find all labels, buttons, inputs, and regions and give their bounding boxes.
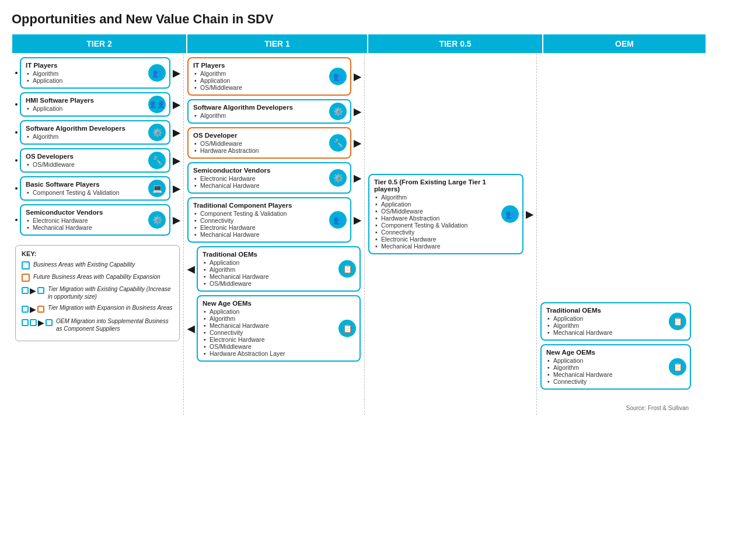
- tier2-hmi-row: HMI Software Players Application 👤👤 ▶: [15, 92, 180, 117]
- tier1-os-row: OS Developer OS/Middleware Hardware Abst…: [187, 127, 361, 159]
- tier2-basic-title: Basic Software Players: [26, 181, 144, 188]
- tier05-item6: Connectivity: [375, 229, 497, 236]
- tier1-trad-comp-card: Traditional Component Players Component …: [187, 197, 351, 243]
- tier1-trad-comp-row: Traditional Component Players Component …: [187, 197, 361, 243]
- key-row-migration1: ▶ Tier Migration with Existing Capabilit…: [22, 285, 173, 300]
- tier2-it-item2: Application: [27, 77, 144, 84]
- key-mig2-sq2: [37, 306, 44, 313]
- tier1-it-card: IT Players Algorithm Application OS/Midd…: [187, 57, 351, 96]
- tier2-basic-item1: Component Testing & Validation: [27, 189, 144, 196]
- tier1-sw-algo-arrow: ▶: [354, 106, 361, 117]
- tier1-semi-item2: Mechanical Hardware: [194, 182, 324, 189]
- key-row-orange: Future Business Areas with Capability Ex…: [22, 273, 173, 282]
- tier1-trad-oem-icon: 📋: [338, 260, 356, 278]
- tier05-main-arrow: ▶: [526, 209, 533, 220]
- tier1-sw-algo-icon: ⚙️: [329, 103, 347, 120]
- key-orange-text: Future Business Areas with Capability Ex…: [33, 273, 160, 281]
- tier1-semi-row: Semiconductor Vendors Electronic Hardwar…: [187, 162, 361, 194]
- key-mig1-text: Tier Migration with Existing Capability …: [48, 285, 173, 300]
- tier2-basic-icon: 💻: [148, 180, 166, 197]
- tier2-semi-icon: ⚙️: [148, 211, 166, 229]
- tier1-new-oem-item5: Electronic Hardware: [204, 336, 334, 343]
- tier05-main-card: Tier 0.5 (From Existing Large Tier 1 pla…: [368, 174, 523, 254]
- tier1-trad-comp-icon: 👥: [329, 211, 347, 229]
- tier1-new-oem-item6: OS/Middleware: [204, 343, 334, 350]
- tier05-item8: Mechanical Hardware: [375, 243, 497, 250]
- tier2-it-row: IT Players Algorithm Application 👥 ▶: [15, 57, 180, 89]
- tier2-it-icon: 👥: [148, 64, 166, 82]
- tier1-sw-algo-item1: Algorithm: [194, 112, 324, 119]
- key-mig3-arrow: ▶: [38, 318, 44, 327]
- oem-new-item2: Algorithm: [547, 364, 664, 371]
- tier1-trad-comp-title: Traditional Component Players: [193, 202, 324, 209]
- oem-new-card: New Age OEMs Application Algorithm Mecha…: [540, 344, 691, 390]
- key-mig1-sq1: [22, 287, 29, 294]
- tier1-it-item2: Application: [194, 77, 324, 84]
- tier1-sw-algo-row: Software Algorithm Developers Algorithm …: [187, 99, 361, 124]
- tier1-trad-oem-item4: OS/Middleware: [204, 280, 334, 287]
- tier2-semi-item1: Electronic Hardware: [27, 217, 144, 224]
- key-row-migration3: ▶ OEM Migration into Supplemental Busine…: [22, 317, 173, 332]
- oem-trad-icon: 📋: [669, 313, 686, 330]
- tier1-semi-icon: ⚙️: [329, 169, 347, 187]
- oem-trad-title: Traditional OEMs: [546, 307, 664, 314]
- tier2-hmi-item1: Application: [27, 105, 144, 112]
- tier2-sw-algo-title: Software Algorithm Developers: [26, 125, 144, 132]
- oem-new-row: New Age OEMs Application Algorithm Mecha…: [540, 344, 691, 390]
- key-mig3-text: OEM Migration into Supplemental Business…: [56, 317, 173, 332]
- tier1-trad-oem-row: ◀ Traditional OEMs Application Algorithm…: [187, 246, 361, 292]
- tier1-trad-oem-card: Traditional OEMs Application Algorithm M…: [197, 246, 361, 292]
- main-content: IT Players Algorithm Application 👥 ▶: [12, 54, 735, 415]
- oem-new-icon: 📋: [669, 358, 686, 376]
- tier2-sw-algo-icon: ⚙️: [148, 124, 166, 141]
- tier05-column: Tier 0.5 (From Existing Large Tier 1 pla…: [365, 54, 537, 415]
- tier2-os-title: OS Developers: [26, 153, 144, 160]
- key-mig2-sq1: [22, 306, 29, 313]
- tier1-sw-algo-title: Software Algorithm Developers: [193, 104, 324, 111]
- tier1-new-oem-arrow-left: ◀: [187, 323, 194, 334]
- tier05-item3: OS/Middleware: [375, 208, 497, 215]
- oem-new-item4: Connectivity: [547, 378, 664, 385]
- tier1-trad-oem-item2: Algorithm: [204, 266, 334, 273]
- oem-trad-item2: Algorithm: [547, 322, 664, 329]
- tier1-os-item2: Hardware Abstraction: [194, 147, 324, 154]
- tier1-column: IT Players Algorithm Application OS/Midd…: [184, 54, 365, 415]
- tier05-item4: Hardware Abstraction: [375, 215, 497, 222]
- key-mig3-sq1: [22, 319, 29, 326]
- tier2-basic-arrow: ▶: [173, 183, 180, 194]
- oem-trad-card: Traditional OEMs Application Algorithm M…: [540, 302, 691, 341]
- source-container: Source: Frost & Sullivan: [540, 390, 691, 411]
- tier1-new-oem-item2: Algorithm: [204, 315, 334, 322]
- tier1-semi-item1: Electronic Hardware: [194, 175, 324, 182]
- tier1-trad-oem-arrow-left: ◀: [187, 264, 194, 275]
- tier2-os-icon: 🔧: [148, 152, 166, 169]
- oem-new-item1: Application: [547, 357, 664, 364]
- tier05-item2: Application: [375, 201, 497, 208]
- oem-column: Traditional OEMs Application Algorithm M…: [537, 54, 694, 415]
- key-mig1-sq2: [37, 287, 44, 294]
- tier2-basic-row: Basic Software Players Component Testing…: [15, 176, 180, 201]
- key-row-migration2: ▶ Tier Migration with Expansion in Busin…: [22, 304, 173, 314]
- tier1-sw-algo-card: Software Algorithm Developers Algorithm …: [187, 99, 351, 124]
- key-box: KEY: Business Areas with Existing Capabi…: [15, 245, 180, 341]
- tier1-trad-comp-item3: Electronic Hardware: [194, 224, 324, 231]
- tier2-semi-arrow: ▶: [173, 215, 180, 226]
- tier05-main-title: Tier 0.5 (From Existing Large Tier 1 pla…: [374, 178, 497, 192]
- tier2-sw-algo-item1: Algorithm: [27, 133, 144, 140]
- oem-new-title: New Age OEMs: [546, 349, 664, 356]
- tier2-semi-card: Semiconductor Vendors Electronic Hardwar…: [20, 204, 170, 236]
- key-mig3-sq3: [46, 319, 53, 326]
- tier2-it-arrow: ▶: [173, 68, 180, 79]
- tier1-it-icon: 👥: [329, 68, 347, 85]
- tier2-os-item1: OS/Middleware: [27, 161, 144, 168]
- tier2-semi-title: Semiconductor Vendors: [26, 209, 144, 216]
- tier2-hmi-icon: 👤👤: [148, 96, 166, 113]
- tier1-it-row: IT Players Algorithm Application OS/Midd…: [187, 57, 361, 96]
- tier2-sw-algo-row: Software Algorithm Developers Algorithm …: [15, 120, 180, 145]
- tier1-semi-arrow: ▶: [354, 173, 361, 184]
- tier2-column: IT Players Algorithm Application 👥 ▶: [12, 54, 184, 415]
- key-mig1-arrow: ▶: [30, 286, 36, 295]
- key-title: KEY:: [22, 250, 173, 257]
- tier1-new-oem-item7: Hardware Abstraction Layer: [204, 350, 334, 357]
- tier1-it-arrow: ▶: [354, 71, 361, 82]
